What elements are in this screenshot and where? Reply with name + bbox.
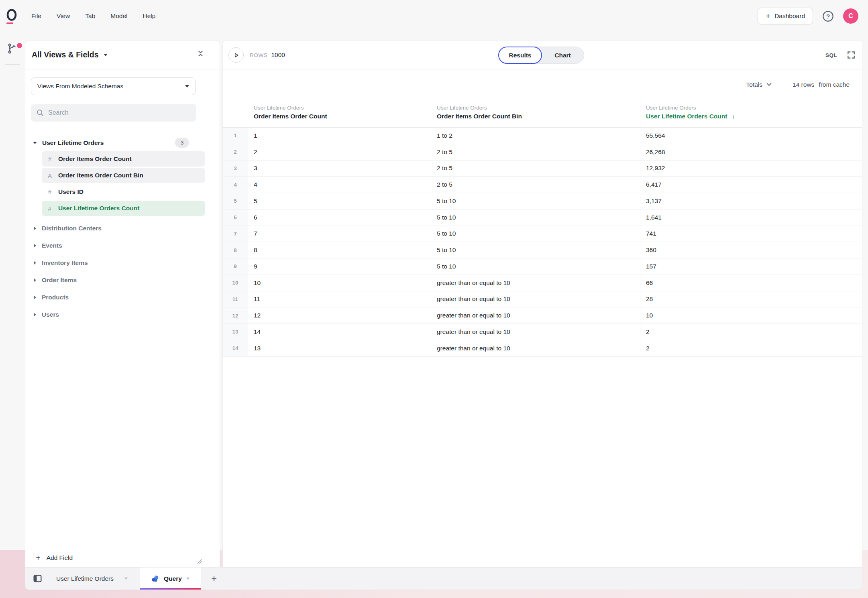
resize-handle[interactable] xyxy=(196,558,202,566)
cell-lifetime-orders-count[interactable]: 26,268 xyxy=(640,144,862,160)
cell-order-count-bin[interactable]: 2 to 5 xyxy=(431,161,640,177)
cell-order-count-bin[interactable]: 5 to 10 xyxy=(431,210,640,226)
view-group-collapsed[interactable]: Events xyxy=(25,237,220,254)
tab-label: User Lifetime Orders xyxy=(56,575,114,582)
topbar: File View Tab Model Help + Dashboard ? C xyxy=(0,0,868,32)
view-group-label: Events xyxy=(42,242,62,249)
menu-item[interactable]: Model xyxy=(110,12,127,20)
field-item[interactable]: # Order Items Order Count xyxy=(42,151,205,167)
view-group-collapsed[interactable]: Distribution Centers xyxy=(25,220,220,237)
column-header-order-items-order-count-bin[interactable]: User Lifetime Orders Order Items Order C… xyxy=(431,100,640,127)
fullscreen-icon[interactable] xyxy=(847,51,856,61)
omni-logo-icon[interactable] xyxy=(5,7,18,25)
cell-order-count-bin[interactable]: greater than or equal to 10 xyxy=(431,291,640,307)
cell-order-count[interactable]: 9 xyxy=(248,258,431,275)
column-header-user-lifetime-orders-count[interactable]: User Lifetime Orders User Lifetime Order… xyxy=(640,100,862,127)
menu-item[interactable]: Tab xyxy=(85,12,95,20)
cell-order-count-bin[interactable]: 5 to 10 xyxy=(431,258,640,275)
field-search[interactable] xyxy=(31,104,196,122)
help-icon[interactable]: ? xyxy=(822,10,834,22)
cell-order-count[interactable]: 3 xyxy=(248,161,431,177)
cell-order-count[interactable]: 8 xyxy=(248,242,431,258)
collapse-all-icon[interactable] xyxy=(197,50,204,59)
tab-results[interactable]: Results xyxy=(498,47,542,64)
schema-source-select[interactable]: Views From Modeled Schemas xyxy=(31,77,196,95)
cell-order-count[interactable]: 11 xyxy=(248,291,431,307)
column-header-order-items-order-count[interactable]: User Lifetime Orders Order Items Order C… xyxy=(248,100,431,127)
cell-order-count-bin[interactable]: 1 to 2 xyxy=(431,128,640,144)
cell-order-count[interactable]: 13 xyxy=(248,340,431,356)
sql-button[interactable]: SQL xyxy=(825,41,837,69)
cell-lifetime-orders-count[interactable]: 55,564 xyxy=(640,128,862,144)
cell-order-count[interactable]: 2 xyxy=(248,144,431,160)
cell-lifetime-orders-count[interactable]: 741 xyxy=(640,226,862,242)
field-item[interactable]: # Users ID xyxy=(42,184,205,199)
cell-lifetime-orders-count[interactable]: 360 xyxy=(640,242,862,258)
view-group-collapsed[interactable]: Users xyxy=(25,306,220,323)
cell-order-count-bin[interactable]: greater than or equal to 10 xyxy=(431,275,640,291)
run-query-button[interactable] xyxy=(228,47,244,63)
add-tab-button[interactable]: + xyxy=(211,574,217,584)
tab-chart[interactable]: Chart xyxy=(542,47,584,63)
sidebar-toggle-icon[interactable] xyxy=(33,574,43,584)
search-input[interactable] xyxy=(48,109,181,116)
table-header: User Lifetime Orders Order Items Order C… xyxy=(223,100,862,128)
menu-item[interactable]: View xyxy=(57,12,70,20)
new-dashboard-button[interactable]: + Dashboard xyxy=(758,8,813,24)
cell-order-count[interactable]: 14 xyxy=(248,324,431,340)
cell-lifetime-orders-count[interactable]: 157 xyxy=(640,258,862,275)
cell-order-count-bin[interactable]: greater than or equal to 10 xyxy=(431,340,640,356)
cell-order-count-bin[interactable]: greater than or equal to 10 xyxy=(431,307,640,323)
cell-order-count-bin[interactable]: 5 to 10 xyxy=(431,242,640,258)
table-row: 5 5 5 to 10 3,137 xyxy=(223,193,862,210)
cell-lifetime-orders-count[interactable]: 2 xyxy=(640,324,862,340)
row-number: 1 xyxy=(223,128,248,144)
cell-order-count-bin[interactable]: greater than or equal to 10 xyxy=(431,324,640,340)
cell-lifetime-orders-count[interactable]: 12,932 xyxy=(640,161,862,177)
cell-order-count[interactable]: 10 xyxy=(248,275,431,291)
avatar[interactable]: C xyxy=(843,8,858,24)
row-limit[interactable]: ROWS 1000 xyxy=(250,41,285,69)
view-group-collapsed[interactable]: Products xyxy=(25,289,220,306)
chevron-down-icon xyxy=(104,54,108,56)
totals-dropdown[interactable]: Totals xyxy=(746,81,772,88)
view-group-user-lifetime-orders[interactable]: User Lifetime Orders 3 xyxy=(25,137,220,149)
cell-order-count[interactable]: 6 xyxy=(248,210,431,226)
cell-lifetime-orders-count[interactable]: 28 xyxy=(640,291,862,307)
sidebar-title: All Views & Fields xyxy=(32,50,99,59)
menu-item[interactable]: File xyxy=(31,12,41,20)
cell-order-count-bin[interactable]: 5 to 10 xyxy=(431,193,640,209)
cell-lifetime-orders-count[interactable]: 6,417 xyxy=(640,177,862,193)
cell-lifetime-orders-count[interactable]: 3,137 xyxy=(640,193,862,209)
add-field-button[interactable]: + Add Field xyxy=(36,554,73,562)
cell-order-count-bin[interactable]: 2 to 5 xyxy=(431,177,640,193)
sidebar-header[interactable]: All Views & Fields xyxy=(25,41,220,69)
cell-lifetime-orders-count[interactable]: 66 xyxy=(640,275,862,291)
cell-order-count[interactable]: 4 xyxy=(248,177,431,193)
view-group-collapsed[interactable]: Inventory Items xyxy=(25,254,220,271)
cell-order-count[interactable]: 1 xyxy=(248,128,431,144)
logo-underline xyxy=(6,22,13,24)
sort-desc-icon[interactable]: ↓ xyxy=(731,113,735,120)
view-group-collapsed[interactable]: Order Items xyxy=(25,271,220,289)
caret-collapsed-icon xyxy=(34,226,36,230)
menu-item[interactable]: Help xyxy=(143,12,156,20)
tab-user-lifetime-orders[interactable]: User Lifetime Orders xyxy=(56,567,128,590)
svg-text:?: ? xyxy=(826,12,830,19)
cell-order-count[interactable]: 5 xyxy=(248,193,431,209)
cell-order-count[interactable]: 7 xyxy=(248,226,431,242)
row-number: 10 xyxy=(223,275,248,291)
tab-query-active[interactable]: Query xyxy=(140,567,201,590)
dashboard-button-label: Dashboard xyxy=(774,12,805,20)
field-item[interactable]: # User Lifetime Orders Count xyxy=(42,201,205,216)
field-item[interactable]: A Order Items Order Count Bin xyxy=(42,168,205,183)
cell-order-count[interactable]: 12 xyxy=(248,307,431,323)
cell-lifetime-orders-count[interactable]: 1,641 xyxy=(640,210,862,226)
cell-lifetime-orders-count[interactable]: 10 xyxy=(640,307,862,323)
column-view-name: User Lifetime Orders xyxy=(437,105,640,111)
cell-order-count-bin[interactable]: 5 to 10 xyxy=(431,226,640,242)
cell-lifetime-orders-count[interactable]: 2 xyxy=(640,340,862,356)
chevron-down-icon xyxy=(124,578,128,580)
cell-order-count-bin[interactable]: 2 to 5 xyxy=(431,144,640,160)
branch-icon[interactable] xyxy=(6,43,18,56)
